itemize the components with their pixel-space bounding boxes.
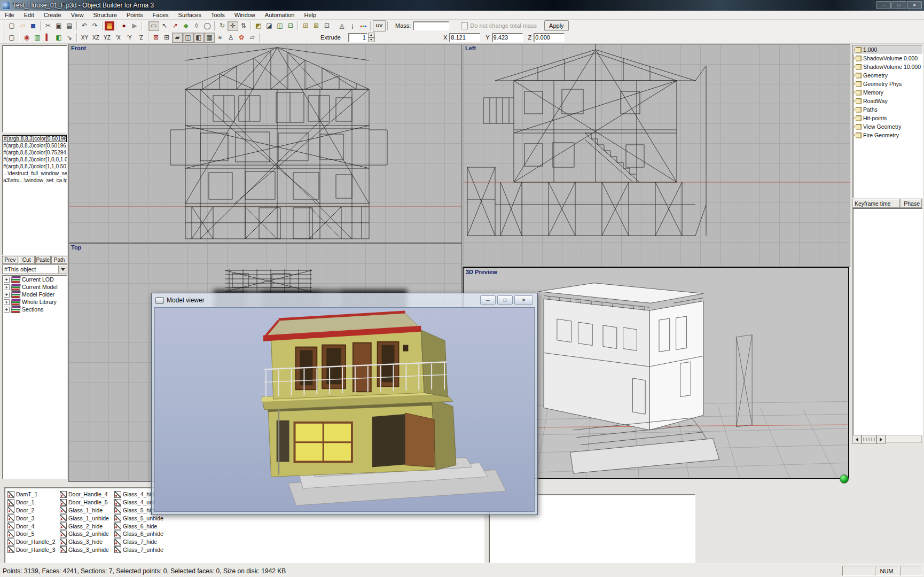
plane-icon[interactable]: ▱ <box>247 33 257 43</box>
mass-input[interactable] <box>413 21 449 30</box>
texture-item[interactable]: #(argb,8,8,3)color[0.501961,0 <box>3 135 67 142</box>
lod-item[interactable]: RoadWay <box>853 97 922 105</box>
paste-icon[interactable]: ▤ <box>64 21 75 31</box>
paste-button[interactable]: Paste <box>35 256 51 264</box>
texture-item[interactable]: a3\stru...\window_set_ca.tga <box>3 177 67 184</box>
chevron-down-icon[interactable] <box>58 266 67 273</box>
axis-z-button[interactable]: 'Z <box>135 33 146 42</box>
tree-item-model-folder[interactable]: Model Folder <box>3 291 67 298</box>
lod-item[interactable]: Geometry <box>853 71 922 80</box>
coord-x-input[interactable] <box>449 33 480 42</box>
no-snap-icon[interactable]: ⊠ <box>151 33 161 43</box>
texture-item[interactable]: #(argb,8,8,3)color[1,0,0,1.0,c <box>3 156 67 163</box>
extrude-up-icon[interactable]: ⊞ <box>300 21 311 31</box>
selection-item[interactable]: Door_1 <box>7 498 59 506</box>
model-viewer-close-button[interactable]: ✕ <box>514 295 533 305</box>
expand-icon[interactable] <box>4 284 10 290</box>
lod-item[interactable]: Fire Geometry <box>853 131 922 139</box>
box-rotate-b-icon[interactable]: ◪ <box>264 21 275 31</box>
model-viewer-window[interactable]: Model viewer ─ □ ✕ <box>151 293 538 515</box>
selection-item[interactable]: Glass_1_unhide <box>60 514 111 522</box>
copy-icon[interactable]: ▣ <box>53 21 64 31</box>
record-icon[interactable]: ● <box>119 21 129 31</box>
phase-column[interactable]: Phase <box>900 199 922 208</box>
tree-item-current-lod[interactable]: Current LOD <box>3 276 67 283</box>
select-lasso-icon[interactable]: ↗ <box>170 21 181 31</box>
keyframe-time-column[interactable]: Keyframe time <box>852 199 900 208</box>
redo-icon[interactable]: ↷ <box>90 21 100 31</box>
selection-item[interactable]: Glass_3_hide <box>60 538 111 546</box>
lod-item[interactable]: View Geometry <box>853 122 922 131</box>
menu-structure[interactable]: Structure <box>88 11 122 19</box>
lod-item[interactable]: Paths <box>853 105 922 114</box>
selection-item[interactable]: Door_4 <box>7 522 59 530</box>
lod-item[interactable]: ShadowVolume 10.000 <box>853 63 922 71</box>
close-button[interactable]: ✕ <box>907 1 922 9</box>
view-box-b-icon[interactable]: ◧ <box>193 33 204 43</box>
do-not-change-total-mass-checkbox[interactable] <box>461 22 468 29</box>
library-tree[interactable]: Current LOD Current Model Model Folder W… <box>2 275 67 479</box>
texture-item[interactable]: #(argb,8,8,3)color[0.752941,0 <box>3 149 67 156</box>
selection-item[interactable]: Glass_5_unhide <box>114 514 166 522</box>
extrude-input[interactable] <box>348 33 367 42</box>
window-layout-icon[interactable]: ▢ <box>6 33 17 43</box>
minimize-button[interactable]: ─ <box>876 1 891 9</box>
lod-item[interactable]: Hit-points <box>853 114 922 122</box>
selection-item[interactable]: Glass_6_hide <box>114 522 166 530</box>
selection-item[interactable]: Door_Handle_4 <box>60 490 111 498</box>
box-rotate-a-icon[interactable]: ◩ <box>253 21 264 31</box>
model-viewer-render[interactable] <box>154 307 535 512</box>
view-box-a-icon[interactable]: ◫ <box>183 33 193 43</box>
prev-button[interactable]: Prev <box>2 256 18 264</box>
extrude-spinner[interactable] <box>368 33 375 42</box>
open-icon[interactable]: ▱ <box>17 21 28 31</box>
coord-z-input[interactable] <box>534 33 565 42</box>
selection-item[interactable]: Door_Handle_5 <box>60 498 111 506</box>
menu-automation[interactable]: Automation <box>260 11 300 19</box>
menu-view[interactable]: View <box>66 11 89 19</box>
axis-xz-button[interactable]: XZ <box>90 33 101 42</box>
selection-item[interactable]: Glass_1_hide <box>60 506 111 514</box>
normals-icon[interactable]: N <box>215 33 225 43</box>
selection-item[interactable]: Glass_7_unhide <box>114 546 166 554</box>
lod-item[interactable]: Geometry Phys <box>853 80 922 88</box>
expand-icon[interactable] <box>4 299 10 305</box>
keyframe-list[interactable] <box>852 208 923 435</box>
model-viewer-minimize-button[interactable]: ─ <box>480 295 496 305</box>
menu-points[interactable]: Points <box>122 11 148 19</box>
rotate-icon[interactable]: ↻ <box>217 21 228 31</box>
tree-item-whole-library[interactable]: Whole Library <box>3 298 67 306</box>
pinwheel-icon[interactable]: ✿ <box>236 33 247 43</box>
menu-file[interactable]: File <box>0 11 19 19</box>
selection-item[interactable]: Glass_3_unhide <box>60 546 111 554</box>
selection-item[interactable]: Door_3 <box>7 514 59 522</box>
axis-y-button[interactable]: 'Y <box>124 33 135 42</box>
select-arrow-icon[interactable]: ↖ <box>159 21 170 31</box>
snap-grid-icon[interactable]: ⊞ <box>161 33 172 43</box>
carve-icon[interactable]: ⊡ <box>322 21 332 31</box>
selection-item[interactable]: DamT_1 <box>7 490 59 498</box>
texture-item[interactable]: #(argb,8,8,3)color[0.501961,0 <box>3 142 67 149</box>
axis-x-button[interactable]: 'X <box>113 33 124 42</box>
menu-surfaces[interactable]: Surfaces <box>174 11 206 19</box>
uv-editor-icon[interactable]: UV <box>373 20 386 32</box>
save-icon[interactable]: ◼ <box>28 21 38 31</box>
move-icon[interactable]: ✛ <box>228 21 238 31</box>
person-icon[interactable]: ♙ <box>225 33 236 43</box>
shade-dark-icon[interactable]: ▰ <box>172 33 183 43</box>
lod-item[interactable]: 1.000 <box>853 45 922 54</box>
mirror-horizontal-icon[interactable]: ⊟ <box>285 21 296 31</box>
selection-item[interactable]: Glass_2_hide <box>60 522 111 530</box>
scrollbar-thumb[interactable] <box>862 435 876 444</box>
lod-bars-icon[interactable]: ▥ <box>32 33 43 43</box>
menu-window[interactable]: Window <box>230 11 260 19</box>
lod-item[interactable]: ShadowVolume 0.000 <box>853 54 922 63</box>
new-icon[interactable]: ▢ <box>6 21 17 31</box>
selection-item[interactable]: Glass_2_unhide <box>60 530 111 538</box>
texture-list[interactable]: #(argb,8,8,3)color[0.501961,0 #(argb,8,8… <box>2 135 67 255</box>
scrollbar-track[interactable] <box>886 435 922 443</box>
apply-button[interactable]: Apply <box>544 20 569 31</box>
menu-create[interactable]: Create <box>39 11 66 19</box>
scroll-left-icon[interactable] <box>852 435 862 444</box>
select-plane-icon[interactable]: ◊ <box>191 21 202 31</box>
